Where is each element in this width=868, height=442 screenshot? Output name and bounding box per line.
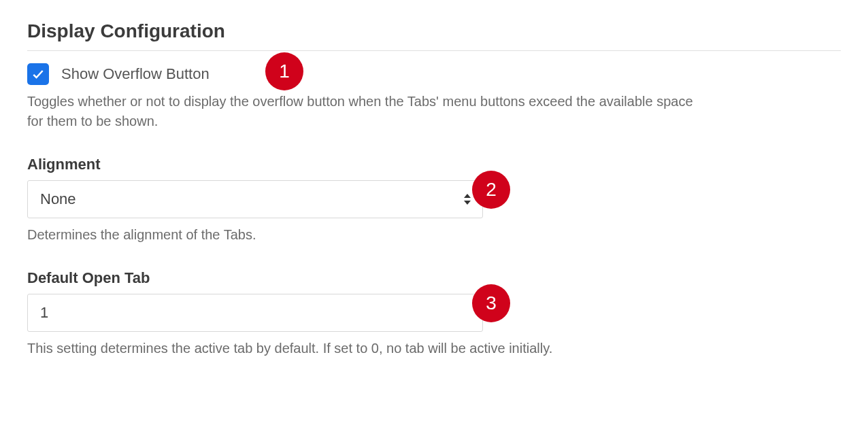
default-open-tab-label: Default Open Tab <box>27 269 841 287</box>
section-divider <box>27 50 841 51</box>
show-overflow-help: Toggles whether or not to display the ov… <box>27 92 707 131</box>
alignment-select[interactable] <box>27 180 483 218</box>
check-icon <box>31 67 45 81</box>
annotation-badge-1: 1 <box>265 52 303 90</box>
default-open-tab-field: Default Open Tab 3 This setting determin… <box>27 269 841 358</box>
alignment-help: Determines the alignment of the Tabs. <box>27 225 707 245</box>
alignment-label: Alignment <box>27 156 841 173</box>
alignment-field: Alignment 2 Determines the alignment of … <box>27 156 841 245</box>
default-open-tab-help: This setting determines the active tab b… <box>27 339 707 358</box>
annotation-badge-3: 3 <box>472 284 510 322</box>
show-overflow-checkbox[interactable] <box>27 63 49 85</box>
show-overflow-label: Show Overflow Button <box>61 65 210 83</box>
default-open-tab-input[interactable] <box>27 294 483 332</box>
section-title: Display Configuration <box>27 20 841 42</box>
annotation-badge-2: 2 <box>472 171 510 209</box>
show-overflow-field: Show Overflow Button 1 Toggles whether o… <box>27 63 841 131</box>
